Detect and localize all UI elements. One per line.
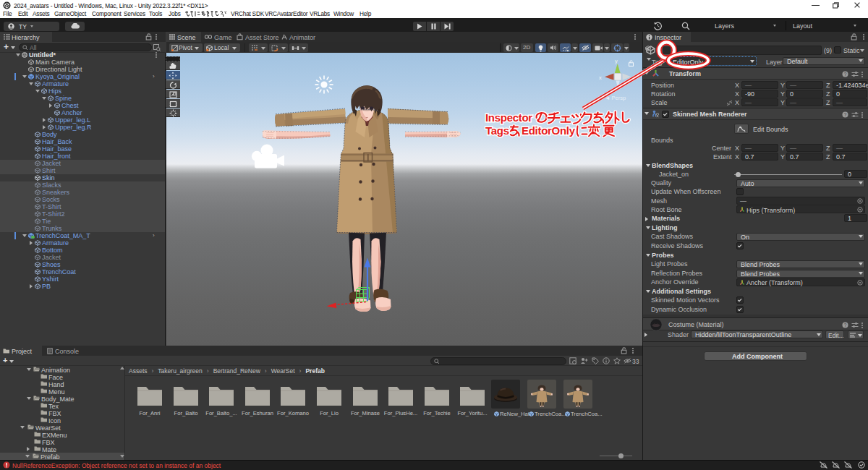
- svg-text:?: ?: [844, 322, 847, 328]
- svg-text:◄ Persp: ◄ Persp: [605, 95, 626, 101]
- svg-text:?: ?: [844, 112, 847, 117]
- svg-text:y: y: [615, 58, 618, 64]
- svg-text:x: x: [599, 74, 602, 81]
- svg-text:?: ?: [844, 72, 847, 77]
